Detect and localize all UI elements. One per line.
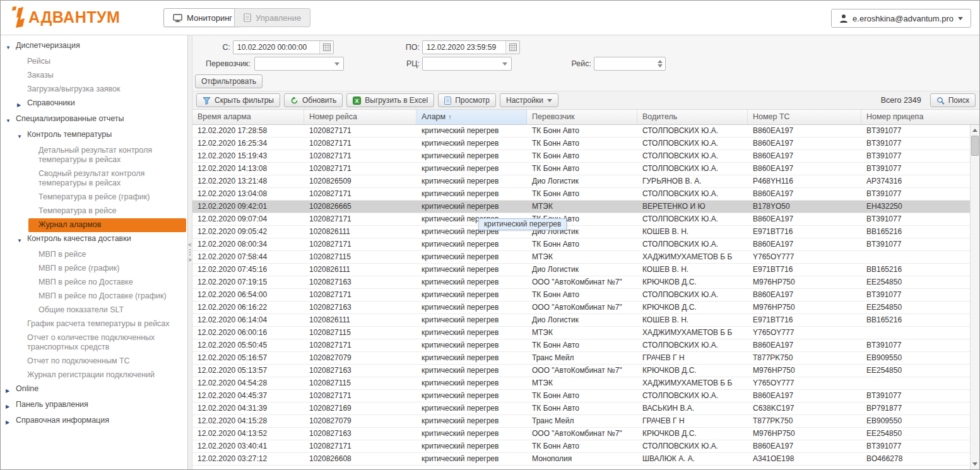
sidebar-item[interactable]: Температура в рейсе (1, 204, 187, 218)
stepper-arrows-icon[interactable] (655, 60, 665, 68)
management-button[interactable]: Управление (234, 8, 310, 27)
sidebar-item[interactable]: Детальный результат контроля температуры… (1, 144, 187, 167)
rc-select[interactable] (423, 57, 499, 70)
calendar-icon[interactable] (505, 41, 519, 54)
sidebar-item[interactable]: ▶Справочники (1, 97, 187, 112)
sidebar-item-label: МВП в рейсе по Доставке (38, 278, 184, 287)
sidebar-item[interactable]: ▼Диспетчеризация (1, 39, 187, 55)
carrier-select[interactable] (255, 57, 331, 70)
vertical-scrollbar[interactable] (970, 125, 979, 469)
sidebar-item[interactable]: ▼Контроль качества доставки (1, 232, 187, 248)
app-header: АДВАНТУМ Мониторинг Управление (1, 1, 979, 35)
column-header[interactable]: Водитель (637, 110, 748, 124)
chevron-right-icon[interactable]: ▶ (6, 384, 16, 396)
table-row[interactable]: 12.02.2020 16:25:341020827171критический… (192, 138, 979, 150)
date-from-input[interactable] (233, 41, 319, 54)
column-header[interactable]: Номер прицепа (861, 110, 979, 124)
column-header[interactable]: Номер рейса (304, 110, 416, 124)
chevron-down-icon[interactable]: ▼ (6, 41, 16, 52)
table-row[interactable]: 12.02.2020 04:31:391020827169критический… (192, 402, 979, 415)
column-header[interactable]: Номер ТС (748, 110, 861, 124)
table-row[interactable]: 12.02.2020 05:50:451020827171критический… (192, 339, 979, 352)
table-row[interactable]: 12.02.2020 17:28:581020827171критический… (192, 125, 979, 138)
calendar-icon[interactable] (319, 41, 333, 54)
sidebar-item[interactable]: МВП в рейсе по Доставке (1, 276, 187, 290)
sidebar-item[interactable]: МВП в рейсе (график) (1, 262, 187, 276)
sidebar-item[interactable]: Температура в рейсе (график) (1, 191, 187, 204)
table-row[interactable]: 12.02.2020 09:05:421020826111критический… (192, 226, 979, 238)
scroll-up-icon[interactable] (971, 126, 979, 135)
sidebar-item[interactable]: Отчет по подключенным ТС (1, 355, 187, 368)
collapse-left-icon[interactable]: < (188, 242, 191, 247)
column-header[interactable]: Время аларма (192, 110, 304, 124)
table-row[interactable]: 12.02.2020 04:54:281020827115критический… (192, 377, 979, 390)
scroll-down-icon[interactable] (971, 459, 979, 469)
table-row[interactable]: 12.02.2020 15:19:431020827171критический… (192, 150, 979, 163)
sort-asc-icon: ↑ (448, 113, 452, 120)
chevron-down-icon[interactable]: ▼ (6, 114, 16, 126)
table-row[interactable]: 12.02.2020 03:40:411020827171критический… (192, 440, 979, 453)
table-row[interactable]: 12.02.2020 05:16:571020827079критический… (192, 352, 979, 365)
table-row[interactable]: 12.02.2020 08:00:341020827171критический… (192, 238, 979, 251)
scrollbar-thumb[interactable] (971, 136, 979, 156)
search-button[interactable]: Поиск (930, 93, 976, 107)
date-to-input[interactable] (423, 41, 505, 54)
sidebar-item[interactable]: Журнал алармов (28, 218, 186, 232)
table-row[interactable]: 12.02.2020 07:19:151020827163критический… (192, 276, 979, 289)
trip-number-stepper[interactable] (594, 57, 655, 70)
table-row[interactable]: 12.02.2020 03:27:121020826608критический… (192, 453, 979, 466)
table-cell: B860EA197 (748, 213, 861, 225)
sidebar-item[interactable]: ▼Контроль температуры (1, 128, 187, 144)
export-excel-button[interactable]: X Выгрузить в Excel (346, 93, 434, 107)
table-row[interactable]: 12.02.2020 07:45:161020826111критический… (192, 264, 979, 276)
column-header[interactable]: Аларм↑ (416, 110, 527, 124)
monitoring-button[interactable]: Мониторинг (163, 8, 242, 27)
chevron-down-icon[interactable]: ▼ (17, 130, 27, 141)
collapse-right-icon[interactable]: > (188, 257, 191, 262)
date-from-label: С: (192, 40, 230, 54)
sidebar-item[interactable]: Заказы (1, 69, 187, 83)
dropdown-arrow-icon[interactable] (331, 62, 343, 66)
sidebar-splitter[interactable]: < > (188, 35, 192, 469)
table-row[interactable]: 12.02.2020 14:13:081020827171критический… (192, 163, 979, 175)
sidebar-item[interactable]: ▶Online (1, 382, 187, 398)
table-row[interactable]: 12.02.2020 04:45:371020827171критический… (192, 390, 979, 402)
table-row[interactable]: 12.02.2020 06:14:041020826111критический… (192, 314, 979, 327)
sidebar-item[interactable]: МВП в рейсе (1, 248, 187, 262)
table-row[interactable]: 12.02.2020 06:16:221020827163критический… (192, 302, 979, 314)
sidebar-item[interactable]: Общие показатели SLT (1, 303, 187, 317)
sidebar-item[interactable]: ▶Панель управления (1, 398, 187, 414)
table-row[interactable]: 12.02.2020 05:13:571020827163критический… (192, 365, 979, 377)
table-row[interactable]: 12.02.2020 06:00:161020827115критический… (192, 327, 979, 339)
sidebar-item[interactable]: Загрузка/выгрузка заявок (1, 83, 187, 97)
table-row[interactable]: 12.02.2020 13:21:481020826509критический… (192, 175, 979, 188)
preview-button[interactable]: Просмотр (438, 93, 496, 107)
table-row[interactable]: 12.02.2020 04:13:521020827163критический… (192, 428, 979, 440)
table-row[interactable]: 12.02.2020 09:07:041020827171критический… (192, 213, 979, 226)
table-cell: EE254850 (861, 365, 979, 377)
table-row[interactable]: 12.02.2020 04:15:281020827079критический… (192, 415, 979, 428)
table-row[interactable]: 12.02.2020 07:58:441020827115критический… (192, 251, 979, 264)
user-menu-button[interactable]: e.eroshkina@advantum.pro (831, 9, 971, 28)
sidebar-item[interactable]: Сводный результат контроля температуры в… (1, 167, 187, 191)
chevron-right-icon[interactable]: ▶ (6, 416, 16, 427)
sidebar-item[interactable]: Рейсы (1, 55, 187, 69)
sidebar-item[interactable]: ▶Справочная информация (1, 414, 187, 430)
sidebar-item[interactable]: Журнал регистрации подключений (1, 368, 187, 382)
sidebar-item[interactable]: Отчет о количестве подключенных транспор… (1, 331, 187, 355)
table-row[interactable]: 12.02.2020 13:04:081020827171критический… (192, 188, 979, 201)
chevron-right-icon[interactable]: ▶ (17, 98, 27, 110)
sidebar-item[interactable]: ▼Специализированные отчеты (1, 112, 187, 128)
column-header[interactable]: Перевозчик (527, 110, 637, 124)
chevron-right-icon[interactable]: ▶ (6, 400, 16, 411)
dropdown-arrow-icon[interactable] (499, 62, 511, 66)
table-row[interactable]: 12.02.2020 09:42:011020826665критический… (192, 201, 979, 213)
hide-filters-button[interactable]: Скрыть фильтры (196, 93, 280, 107)
sidebar-item[interactable]: МВП в рейсе по Доставке (график) (1, 290, 187, 303)
table-row[interactable]: 12.02.2020 06:54:001020827171критический… (192, 289, 979, 302)
refresh-button[interactable]: Обновить (284, 93, 343, 107)
apply-filter-button[interactable]: Отфильтровать (195, 74, 263, 88)
chevron-down-icon[interactable]: ▼ (17, 234, 27, 245)
sidebar-item[interactable]: График расчета температуры в рейсах (1, 317, 187, 331)
settings-button[interactable]: Настройки (500, 93, 558, 107)
